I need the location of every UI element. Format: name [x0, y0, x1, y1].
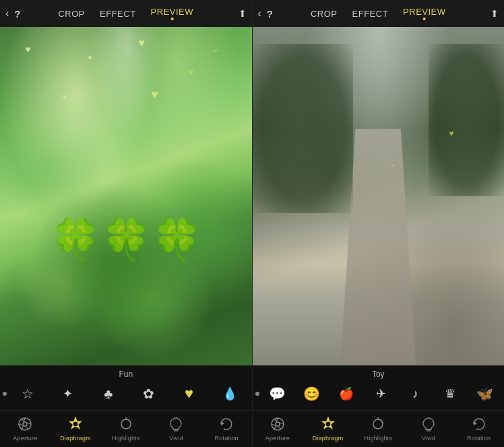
right-filter-row: 💬 😊 🍎 ✈ ♪ ♛ 🦋 [253, 382, 505, 410]
right-tool-highlights[interactable]: Highlights [353, 413, 404, 443]
right-rotation-icon [470, 415, 489, 434]
right-crop-tab[interactable]: CROP [308, 7, 340, 20]
right-image: ♥ ♥ [253, 27, 505, 365]
left-rotation-label: Rotation [215, 435, 239, 442]
right-filter-label: Toy [253, 365, 505, 382]
left-nav-bar: ‹ ? CROP EFFECT PREVIEW ⬆ [0, 0, 252, 27]
left-tool-aperture[interactable]: Aperture [0, 413, 51, 443]
aperture-icon [15, 415, 34, 434]
right-tool-diaphragm[interactable]: Diaphragm [303, 413, 353, 443]
left-filter-club[interactable]: ♣ [89, 382, 128, 406]
svg-marker-14 [221, 421, 224, 425]
left-share-button[interactable]: ⬆ [239, 8, 247, 19]
rotation-icon [217, 415, 236, 434]
svg-marker-29 [474, 421, 477, 425]
right-panel: ‹ ? CROP EFFECT PREVIEW ⬆ ♥ ♥ Toy [253, 0, 505, 447]
left-filter-drop[interactable]: 💧 [210, 382, 249, 406]
right-vivid-icon [419, 415, 438, 434]
right-preview-tab[interactable]: PREVIEW [400, 5, 448, 22]
right-aperture-label: Aperture [265, 435, 290, 442]
highlights-icon [117, 415, 135, 434]
right-tool-rotation[interactable]: Rotation [453, 413, 504, 443]
left-aperture-label: Aperture [13, 435, 37, 442]
left-image: ♥ ♥ ♥ ♥ ♥ ♥ ♥ [0, 27, 252, 365]
right-highlights-icon [369, 415, 387, 434]
diaphragm-icon [66, 415, 85, 434]
right-filter-plane[interactable]: ✈ [365, 382, 398, 406]
left-filter-star-outline[interactable]: ☆ [8, 382, 47, 406]
right-aperture-icon [268, 415, 287, 434]
right-filter-dot [255, 392, 259, 396]
right-nav-left: ‹ ? [258, 7, 274, 20]
left-highlights-label: Highlights [112, 435, 140, 442]
svg-point-16 [276, 422, 280, 426]
left-back-button[interactable]: ‹ [5, 7, 9, 20]
right-tool-vivid[interactable]: Vivid [404, 413, 454, 443]
right-filter-crown[interactable]: ♛ [433, 382, 466, 406]
right-filter-speech[interactable]: 💬 [261, 382, 294, 406]
right-tool-aperture[interactable]: Aperture [253, 413, 303, 443]
left-filter-flower[interactable]: ✿ [129, 382, 168, 406]
left-filter-row: ☆ ✦ ♣ ✿ ♥ 💧 [0, 382, 252, 410]
left-tool-rotation[interactable]: Rotation [201, 413, 252, 443]
left-nav-left: ‹ ? [5, 7, 21, 20]
left-filter-label: Fun [0, 365, 252, 382]
svg-point-9 [73, 421, 78, 427]
left-tool-diaphragm[interactable]: Diaphragm [51, 413, 101, 443]
svg-line-19 [278, 426, 281, 429]
right-help-button[interactable]: ? [267, 8, 273, 20]
left-help-button[interactable]: ? [14, 8, 20, 20]
left-bottom-controls: Fun ☆ ✦ ♣ ✿ ♥ 💧 [0, 365, 252, 447]
right-filter-butterfly[interactable]: 🦋 [468, 382, 501, 406]
right-nav-bar: ‹ ? CROP EFFECT PREVIEW ⬆ [253, 0, 505, 27]
svg-point-24 [325, 421, 331, 427]
left-filter-star-filled[interactable]: ✦ [49, 382, 88, 406]
vivid-icon [166, 415, 185, 434]
right-bottom-controls: Toy 💬 😊 🍎 ✈ ♪ ♛ [253, 365, 505, 447]
left-filter-dot [3, 392, 7, 396]
left-diaphragm-label: Diaphragm [60, 435, 91, 442]
right-share-button[interactable]: ⬆ [491, 8, 499, 19]
right-diaphragm-label: Diaphragm [313, 435, 344, 442]
right-vivid-label: Vivid [422, 435, 435, 442]
right-rotation-label: Rotation [467, 435, 491, 442]
svg-point-15 [272, 418, 284, 430]
main-container: ‹ ? CROP EFFECT PREVIEW ⬆ ♥ ♥ ♥ ♥ ♥ ♥ ♥ … [0, 0, 504, 447]
svg-point-0 [19, 418, 31, 430]
right-filter-note[interactable]: ♪ [399, 382, 432, 406]
right-filter-apple[interactable]: 🍎 [329, 382, 363, 406]
right-highlights-label: Highlights [364, 435, 392, 442]
left-preview-tab[interactable]: PREVIEW [148, 5, 196, 22]
right-tool-bar: Aperture Diaphragm [253, 410, 505, 447]
right-effect-tab[interactable]: EFFECT [350, 7, 391, 20]
left-vivid-label: Vivid [169, 435, 183, 442]
left-tool-vivid[interactable]: Vivid [151, 413, 201, 443]
left-effect-tab[interactable]: EFFECT [97, 7, 139, 20]
right-back-button[interactable]: ‹ [258, 7, 261, 20]
left-crop-tab[interactable]: CROP [55, 7, 88, 20]
left-filter-heart[interactable]: ♥ [170, 382, 209, 406]
left-tool-bar: Aperture Diaphragm [0, 410, 252, 447]
left-tool-highlights[interactable]: Highlights [100, 413, 151, 443]
right-filter-smile[interactable]: 😊 [295, 382, 328, 406]
svg-line-4 [26, 426, 28, 429]
svg-point-1 [23, 422, 27, 426]
right-diaphragm-icon [319, 415, 338, 434]
left-panel: ‹ ? CROP EFFECT PREVIEW ⬆ ♥ ♥ ♥ ♥ ♥ ♥ ♥ … [0, 0, 253, 447]
